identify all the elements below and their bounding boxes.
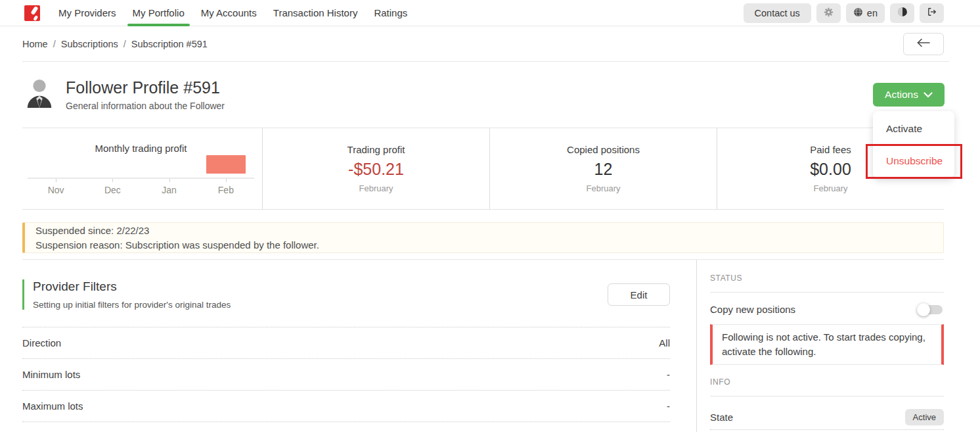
info-section-header: INFO [710,377,944,387]
filters-rows: Direction All Minimum lots - Maximum lot… [22,327,670,422]
gear-icon [824,7,834,19]
nav-item-my-accounts[interactable]: My Accounts [201,0,257,26]
stat-period: February [813,183,847,193]
avatar [24,78,55,112]
provider-filters-subtitle: Setting up initial filters for provider'… [33,300,231,310]
breadcrumb-separator: / [123,39,126,49]
provider-filters-title: Provider Filters [33,279,231,294]
chart-x-labels: Nov Dec Jan Feb [28,185,254,195]
nav-item-my-portfolio[interactable]: My Portfolio [133,0,185,26]
provider-filters-titles: Provider Filters Setting up initial filt… [22,279,231,310]
breadcrumb-subscriptions[interactable]: Subscriptions [61,39,118,49]
page-title: Follower Profile #591 [66,78,225,97]
stat-value: 12 [594,160,613,179]
breadcrumb-current: Subscription #591 [131,39,208,49]
settings-button[interactable] [816,3,841,23]
chart-title: Monthly trading profit [28,143,254,154]
stats-row: Monthly trading profit Nov Dec Jan Feb T… [22,128,944,210]
stat-period: February [359,183,393,193]
filter-row-value: - [667,369,670,380]
theme-toggle-button[interactable] [890,3,914,23]
toggle-knob [917,303,930,316]
globe-icon [853,7,863,19]
monthly-profit-chart-card: Monthly trading profit Nov Dec Jan Feb [22,128,263,209]
copy-new-positions-label: Copy new positions [710,304,795,315]
nav-item-ratings[interactable]: Ratings [374,0,407,26]
stat-value: $0.00 [810,160,851,179]
mini-bar-chart: Nov Dec Jan Feb [28,154,254,195]
divider [710,292,944,293]
x-label: Jan [141,185,198,195]
logout-button[interactable] [920,3,944,23]
filter-row-label: Direction [22,337,61,348]
status-section-header: STATUS [710,274,944,283]
actions-button[interactable]: Actions [873,83,945,107]
main-nav: My Providers My Portfolio My Accounts Tr… [58,0,424,26]
x-label: Dec [84,185,141,195]
filter-row-minimum-lots: Minimum lots - [22,359,670,391]
filter-row-maximum-lots: Maximum lots - [22,391,670,422]
copied-positions-card: Copied positions 12 February [490,128,717,209]
provider-filters-header: Provider Filters Setting up initial filt… [22,279,670,310]
divider [710,396,944,396]
breadcrumb-separator: / [53,39,56,49]
suspension-banner: Suspended since: 2/22/23 Suspension reas… [22,222,944,253]
actions-dropdown: Activate Unsubscribe [873,111,954,178]
stat-label: Paid fees [810,144,851,155]
actions-menu-wrap: Actions Activate Unsubscribe [873,83,945,107]
contact-us-button[interactable]: Contact us [744,3,811,23]
menu-item-activate[interactable]: Activate [873,112,954,145]
stat-label: Copied positions [567,144,640,155]
logout-icon [927,7,937,19]
status-sidebar: STATUS Copy new positions Following is n… [697,260,944,432]
chart-bar-cell [141,155,198,178]
actions-button-label: Actions [885,89,918,101]
chart-bar-cell [198,155,254,178]
chart-bar-cell [28,155,84,178]
filter-row-direction: Direction All [22,327,670,359]
following-inactive-warning: Following is not active. To start trades… [710,324,944,365]
copy-new-positions-row: Copy new positions [710,304,944,315]
back-button[interactable] [903,33,944,55]
stat-label: Trading profit [347,144,405,155]
stat-period: February [586,183,620,193]
breadcrumb-row: Home / Subscriptions / Subscription #591 [22,26,949,62]
language-label: en [867,8,878,18]
chart-bar-cell [84,155,141,178]
brand-logo-icon[interactable] [24,4,41,22]
x-label: Feb [198,185,254,195]
filter-row-value: - [667,400,670,412]
suspension-since-text: Suspended since: 2/22/23 [35,224,933,238]
filter-row-label: Minimum lots [22,369,80,380]
x-label: Nov [28,185,84,195]
breadcrumb-home[interactable]: Home [22,39,48,49]
state-badge: Active [905,409,944,425]
suspension-reason-text: Suspension reason: Subscription was susp… [35,238,933,252]
back-arrow-icon [916,38,931,49]
lower-section: Provider Filters Setting up initial filt… [22,259,944,432]
state-label: State [710,412,733,423]
menu-item-unsubscribe[interactable]: Unsubscribe [873,145,954,177]
page-header: Follower Profile #591 General informatio… [0,62,980,128]
provider-filters-section: Provider Filters Setting up initial filt… [22,260,697,432]
copy-new-positions-toggle[interactable] [919,305,943,314]
breadcrumb: Home / Subscriptions / Subscription #591 [22,39,208,49]
header-titles: Follower Profile #591 General informatio… [66,78,225,111]
filter-row-value: All [659,337,670,348]
nav-item-transaction-history[interactable]: Transaction History [273,0,358,26]
top-navbar: My Providers My Portfolio My Accounts Tr… [0,0,980,26]
language-button[interactable]: en [846,3,885,23]
state-row: State Active [710,405,944,430]
stat-value: -$50.21 [348,160,404,179]
navbar-actions: Contact us [744,3,944,23]
trading-profit-card: Trading profit -$50.21 February [263,128,490,209]
filter-row-label: Maximum lots [22,400,83,412]
chart-bar [206,155,246,174]
chevron-down-icon [924,89,933,101]
page-subtitle: General information about the Follower [66,101,225,111]
edit-filters-button[interactable]: Edit [608,283,670,306]
nav-item-my-providers[interactable]: My Providers [58,0,116,26]
contrast-icon [897,7,908,19]
